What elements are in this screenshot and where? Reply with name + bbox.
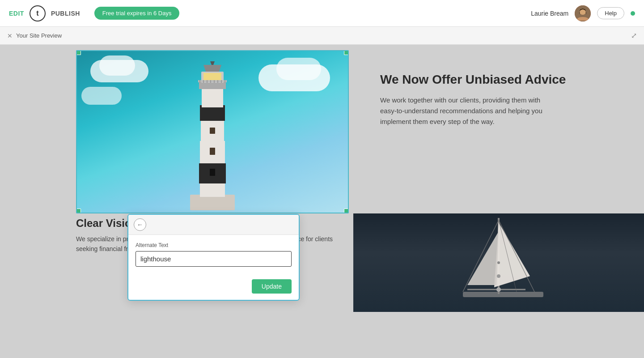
svg-point-33 — [496, 287, 501, 292]
popup-footer: Update — [128, 276, 299, 300]
topbar: EDIT t PUBLISH Free trial expires in 6 D… — [0, 0, 644, 27]
back-arrow-icon: ← — [137, 221, 143, 228]
section1-title: We Now Offer Unbiased Advice — [380, 72, 626, 88]
trial-badge: Free trial expires in 6 Days — [94, 7, 180, 20]
popup-header: ← — [128, 215, 299, 235]
svg-rect-17 — [198, 80, 227, 82]
svg-rect-14 — [210, 148, 215, 155]
logo: t — [30, 5, 46, 21]
left-section — [0, 45, 353, 213]
popup-body: Alternate Text — [128, 235, 299, 276]
status-dot — [631, 11, 635, 16]
right-text-section: We Now Offer Unbiased Advice We work tog… — [353, 45, 644, 213]
user-name: Laurie Bream — [531, 10, 568, 17]
svg-rect-8 — [202, 87, 223, 107]
sailboat-image — [353, 213, 644, 312]
edit-button[interactable]: EDIT — [9, 10, 24, 17]
svg-rect-36 — [463, 292, 543, 297]
main-content: We Now Offer Unbiased Advice We work tog… — [0, 45, 644, 358]
topbar-left: EDIT t PUBLISH Free trial expires in 6 D… — [9, 5, 179, 21]
publish-button[interactable]: PUBLISH — [51, 10, 80, 17]
content-row2: Clear Vision & Direction We specialize i… — [0, 213, 644, 312]
handle-top-left[interactable] — [76, 51, 81, 55]
svg-rect-3 — [190, 195, 235, 210]
sailboat-section — [353, 213, 644, 312]
avatar — [575, 5, 591, 21]
svg-marker-13 — [210, 61, 215, 65]
alt-text-popup: ← Alternate Text Update — [127, 214, 300, 301]
preview-bar-left: ✕ Your Site Preview — [7, 32, 62, 39]
help-button[interactable]: Help — [597, 7, 624, 19]
collapse-icon[interactable]: ✕ — [7, 32, 13, 39]
handle-bottom-right[interactable] — [344, 209, 348, 213]
svg-point-35 — [497, 261, 500, 264]
svg-marker-12 — [203, 65, 221, 72]
lighthouse-image[interactable] — [76, 50, 349, 213]
topbar-right: Laurie Bream Help — [531, 5, 635, 21]
preview-bar: ✕ Your Site Preview ⤢ — [0, 27, 644, 45]
svg-rect-9 — [199, 82, 226, 89]
svg-rect-15 — [210, 128, 215, 134]
svg-rect-7 — [200, 105, 225, 121]
handle-top-right[interactable] — [344, 51, 348, 55]
back-button[interactable]: ← — [134, 218, 146, 231]
content-row1: We Now Offer Unbiased Advice We work tog… — [0, 45, 644, 213]
alt-text-label: Alternate Text — [136, 242, 292, 248]
svg-rect-11 — [203, 73, 221, 81]
svg-point-34 — [497, 274, 500, 278]
handle-bottom-left[interactable] — [76, 209, 81, 213]
section1-body: We work together with our clients, provi… — [380, 95, 550, 127]
alt-text-input[interactable] — [136, 251, 292, 267]
svg-marker-29 — [467, 231, 499, 285]
expand-icon[interactable]: ⤢ — [631, 31, 637, 40]
svg-rect-16 — [210, 169, 215, 176]
preview-label: Your Site Preview — [16, 32, 62, 39]
update-button[interactable]: Update — [252, 279, 292, 294]
